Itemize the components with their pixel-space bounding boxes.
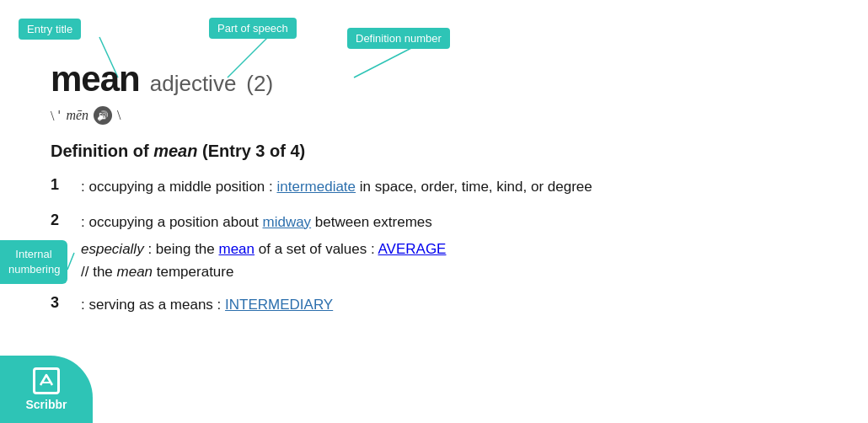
part-of-speech-label: Part of speech [209, 18, 297, 39]
def-1-before: occupying a middle position : [85, 179, 277, 195]
scribbr-logo-text: Scribbr [25, 398, 67, 411]
scribbr-logo[interactable]: Scribbr [0, 356, 93, 423]
def-2-content: : occupying a position about midway betw… [81, 212, 446, 281]
def-2-ex-after: temperature [153, 264, 233, 280]
def-2-example: // the mean temperature [81, 264, 446, 281]
def-title-after: (Entry 3 of 4) [197, 142, 305, 160]
scribbr-logo-icon [33, 367, 60, 394]
entry-pos: adjective [150, 71, 237, 97]
def-2-sub-link-mean[interactable]: mean [219, 241, 255, 257]
def-2-link-midway[interactable]: midway [263, 214, 312, 230]
phonetic: mēn [66, 108, 88, 123]
def-1-num: 1 [51, 176, 67, 194]
def-3-before: serving as a means : [85, 297, 225, 313]
def-2-main: : occupying a position about midway betw… [81, 212, 446, 233]
entry-header: mean adjective (2) [51, 59, 834, 99]
pronunciation-open: \ ˈ [51, 108, 61, 124]
main-content: mean adjective (2) \ ˈ mēn \ Definition … [51, 59, 834, 329]
def-2-sub-before: : being the [144, 241, 219, 257]
def-3-num: 3 [51, 294, 67, 312]
entry-title-label: Entry title [19, 19, 81, 40]
scribbr-icon-svg [37, 372, 56, 390]
definition-3: 3 : serving as a means : INTERMEDIARY [51, 294, 834, 316]
def-2-sub: especially : being the mean of a set of … [81, 238, 446, 260]
definition-2: 2 : occupying a position about midway be… [51, 212, 834, 281]
def-2-before: occupying a position about [85, 214, 263, 230]
def-2-num: 2 [51, 212, 67, 229]
definition-number-label: Definition number [347, 28, 450, 49]
def-1-link-intermediate[interactable]: intermediate [276, 179, 356, 195]
entry-word: mean [51, 59, 140, 99]
def-2-ex-word: mean [117, 264, 153, 280]
definition-title: Definition of mean (Entry 3 of 4) [51, 142, 834, 161]
def-2-after: between extremes [311, 214, 432, 230]
entry-number: (2) [246, 71, 273, 97]
def-2-slash: // [81, 264, 93, 280]
def-2-especially: especially [81, 241, 144, 257]
pronunciation-close: \ [117, 108, 121, 123]
def-3-link-intermediary[interactable]: INTERMEDIARY [225, 297, 333, 313]
def-title-word: mean [153, 142, 197, 160]
def-2-sub-link-average[interactable]: AVERAGE [378, 241, 447, 257]
speaker-icon[interactable] [94, 106, 112, 125]
def-2-sub-after: of a set of values : [255, 241, 378, 257]
def-1-text: : occupying a middle position : intermed… [81, 176, 592, 198]
def-2-ex-before: the [93, 264, 116, 280]
definition-1: 1 : occupying a middle position : interm… [51, 176, 834, 198]
def-title-before: Definition of [51, 142, 153, 160]
def-3-text: : serving as a means : INTERMEDIARY [81, 294, 333, 316]
pronunciation: \ ˈ mēn \ [51, 106, 834, 125]
def-1-after: in space, order, time, kind, or degree [356, 179, 592, 195]
